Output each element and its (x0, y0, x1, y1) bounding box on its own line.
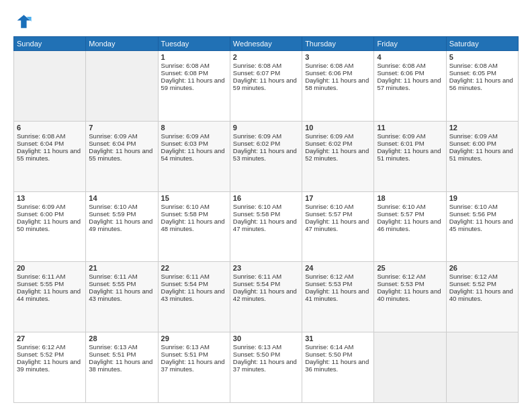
header-wednesday: Wednesday (230, 37, 302, 51)
calendar-cell: 9Sunrise: 6:09 AMSunset: 6:02 PMDaylight… (230, 121, 302, 191)
logo (13, 12, 35, 31)
daylight-text: Daylight: 11 hours and 37 minutes. (161, 358, 227, 373)
sunset-text: Sunset: 5:54 PM (161, 280, 227, 287)
day-number: 18 (377, 194, 443, 202)
day-number: 30 (233, 334, 299, 342)
sunset-text: Sunset: 5:53 PM (377, 280, 443, 287)
calendar-cell: 18Sunrise: 6:10 AMSunset: 5:57 PMDayligh… (374, 191, 446, 262)
sunrise-text: Sunrise: 6:11 AM (17, 273, 83, 280)
sunrise-text: Sunrise: 6:08 AM (17, 132, 83, 140)
sunset-text: Sunset: 5:53 PM (305, 280, 371, 287)
sunset-text: Sunset: 6:04 PM (17, 140, 83, 147)
sunset-text: Sunset: 5:50 PM (305, 351, 371, 358)
calendar-cell: 11Sunrise: 6:09 AMSunset: 6:01 PMDayligh… (374, 121, 446, 191)
sunset-text: Sunset: 6:04 PM (89, 140, 154, 147)
day-number: 8 (161, 124, 227, 132)
sunset-text: Sunset: 6:03 PM (161, 140, 227, 147)
day-number: 31 (305, 334, 371, 342)
day-number: 20 (17, 264, 83, 272)
day-number: 4 (377, 53, 443, 61)
sunrise-text: Sunrise: 6:09 AM (449, 132, 515, 140)
sunset-text: Sunset: 5:52 PM (449, 280, 515, 287)
sunset-text: Sunset: 5:59 PM (89, 210, 154, 218)
calendar-cell (14, 51, 86, 122)
calendar-cell: 2Sunrise: 6:08 AMSunset: 6:07 PMDaylight… (230, 51, 302, 122)
daylight-text: Daylight: 11 hours and 59 minutes. (161, 77, 227, 91)
day-number: 12 (449, 124, 515, 132)
calendar-cell: 13Sunrise: 6:09 AMSunset: 6:00 PMDayligh… (14, 191, 86, 262)
sunrise-text: Sunrise: 6:10 AM (161, 203, 227, 210)
daylight-text: Daylight: 11 hours and 43 minutes. (161, 287, 227, 302)
sunrise-text: Sunrise: 6:08 AM (161, 62, 227, 69)
sunrise-text: Sunrise: 6:10 AM (305, 203, 371, 210)
day-number: 17 (305, 194, 371, 202)
sunset-text: Sunset: 5:51 PM (161, 351, 227, 358)
daylight-text: Daylight: 11 hours and 44 minutes. (17, 287, 83, 302)
sunrise-text: Sunrise: 6:10 AM (449, 203, 515, 210)
sunset-text: Sunset: 6:05 PM (449, 69, 515, 77)
daylight-text: Daylight: 11 hours and 47 minutes. (233, 218, 299, 232)
calendar-cell: 20Sunrise: 6:11 AMSunset: 5:55 PMDayligh… (14, 262, 86, 332)
calendar-cell: 21Sunrise: 6:11 AMSunset: 5:55 PMDayligh… (86, 262, 158, 332)
day-number: 14 (89, 194, 154, 202)
sunrise-text: Sunrise: 6:13 AM (233, 343, 299, 351)
calendar-cell: 10Sunrise: 6:09 AMSunset: 6:02 PMDayligh… (302, 121, 374, 191)
logo-icon (13, 12, 32, 31)
calendar-cell: 19Sunrise: 6:10 AMSunset: 5:56 PMDayligh… (446, 191, 518, 262)
sunrise-text: Sunrise: 6:12 AM (449, 273, 515, 280)
calendar-cell: 7Sunrise: 6:09 AMSunset: 6:04 PMDaylight… (86, 121, 158, 191)
calendar-cell: 31Sunrise: 6:14 AMSunset: 5:50 PMDayligh… (302, 332, 374, 403)
header-monday: Monday (86, 37, 158, 51)
sunrise-text: Sunrise: 6:10 AM (233, 203, 299, 210)
sunrise-text: Sunrise: 6:09 AM (161, 132, 227, 140)
daylight-text: Daylight: 11 hours and 45 minutes. (449, 218, 515, 232)
page: SundayMondayTuesdayWednesdayThursdayFrid… (0, 0, 532, 411)
daylight-text: Daylight: 11 hours and 50 minutes. (17, 218, 83, 232)
calendar-cell: 30Sunrise: 6:13 AMSunset: 5:50 PMDayligh… (230, 332, 302, 403)
header-sunday: Sunday (14, 37, 86, 51)
calendar-cell: 6Sunrise: 6:08 AMSunset: 6:04 PMDaylight… (14, 121, 86, 191)
day-number: 6 (17, 124, 83, 132)
day-number: 9 (233, 124, 299, 132)
calendar-week-3: 20Sunrise: 6:11 AMSunset: 5:55 PMDayligh… (14, 262, 519, 332)
header (13, 12, 519, 31)
day-number: 1 (161, 53, 227, 61)
calendar-cell: 24Sunrise: 6:12 AMSunset: 5:53 PMDayligh… (302, 262, 374, 332)
calendar-cell: 5Sunrise: 6:08 AMSunset: 6:05 PMDaylight… (446, 51, 518, 122)
calendar-header-row: SundayMondayTuesdayWednesdayThursdayFrid… (14, 37, 519, 51)
sunrise-text: Sunrise: 6:11 AM (89, 273, 154, 280)
day-number: 2 (233, 53, 299, 61)
calendar-cell: 28Sunrise: 6:13 AMSunset: 5:51 PMDayligh… (86, 332, 158, 403)
sunrise-text: Sunrise: 6:09 AM (377, 132, 443, 140)
day-number: 28 (89, 334, 154, 342)
sunrise-text: Sunrise: 6:08 AM (305, 62, 371, 69)
daylight-text: Daylight: 11 hours and 54 minutes. (161, 147, 227, 162)
sunrise-text: Sunrise: 6:13 AM (89, 343, 154, 351)
sunset-text: Sunset: 5:57 PM (377, 210, 443, 218)
sunset-text: Sunset: 6:06 PM (305, 69, 371, 77)
sunset-text: Sunset: 5:55 PM (17, 280, 83, 287)
daylight-text: Daylight: 11 hours and 51 minutes. (377, 147, 443, 162)
calendar-cell: 26Sunrise: 6:12 AMSunset: 5:52 PMDayligh… (446, 262, 518, 332)
sunrise-text: Sunrise: 6:08 AM (449, 62, 515, 69)
calendar-cell: 16Sunrise: 6:10 AMSunset: 5:58 PMDayligh… (230, 191, 302, 262)
calendar-week-0: 1Sunrise: 6:08 AMSunset: 6:08 PMDaylight… (14, 51, 519, 122)
day-number: 25 (377, 264, 443, 272)
daylight-text: Daylight: 11 hours and 40 minutes. (377, 287, 443, 302)
calendar-cell: 27Sunrise: 6:12 AMSunset: 5:52 PMDayligh… (14, 332, 86, 403)
day-number: 16 (233, 194, 299, 202)
daylight-text: Daylight: 11 hours and 39 minutes. (17, 358, 83, 373)
daylight-text: Daylight: 11 hours and 41 minutes. (305, 287, 371, 302)
calendar-cell: 1Sunrise: 6:08 AMSunset: 6:08 PMDaylight… (158, 51, 230, 122)
daylight-text: Daylight: 11 hours and 55 minutes. (89, 147, 154, 162)
daylight-text: Daylight: 11 hours and 47 minutes. (305, 218, 371, 232)
sunrise-text: Sunrise: 6:09 AM (305, 132, 371, 140)
daylight-text: Daylight: 11 hours and 38 minutes. (89, 358, 154, 373)
calendar-cell: 17Sunrise: 6:10 AMSunset: 5:57 PMDayligh… (302, 191, 374, 262)
sunrise-text: Sunrise: 6:11 AM (233, 273, 299, 280)
day-number: 7 (89, 124, 154, 132)
daylight-text: Daylight: 11 hours and 58 minutes. (305, 77, 371, 91)
sunset-text: Sunset: 5:57 PM (305, 210, 371, 218)
calendar-cell (446, 332, 518, 403)
sunrise-text: Sunrise: 6:09 AM (233, 132, 299, 140)
